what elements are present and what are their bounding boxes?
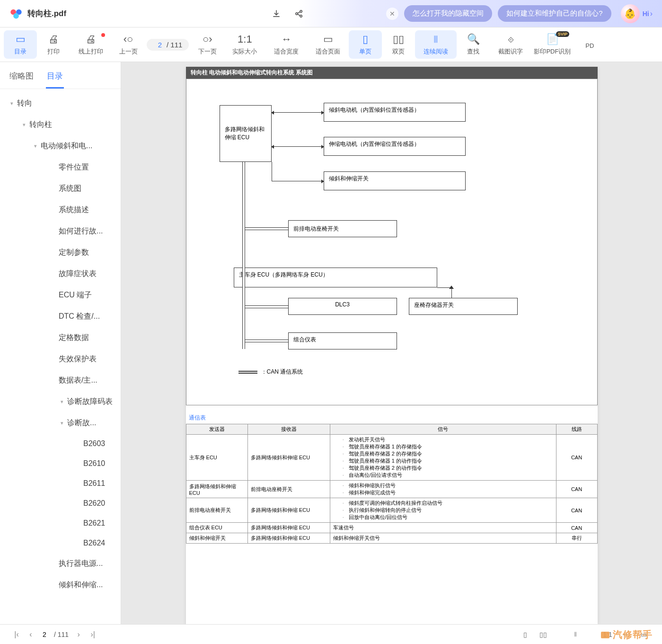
tree-label: B2624 [83,539,105,547]
tab-outline[interactable]: 目录 [46,67,64,89]
next-page-button[interactable]: › [71,630,86,639]
document-title: 转向柱.pdf [27,8,66,19]
tree-item[interactable]: ▾转向 [0,93,121,114]
tree-label: 系统图 [59,184,81,194]
prev-page-button[interactable]: ‹ [24,630,38,639]
tree-item[interactable]: 系统描述 [0,199,121,221]
tree-item[interactable]: ECU 端子 [0,285,121,306]
tree-label: 转向 [17,98,32,108]
suggestion-pill-1[interactable]: 怎么打开我的隐藏空间 [404,5,492,22]
toolbar-双页[interactable]: ▯▯双页 [382,30,415,59]
tree-label: 诊断故... [67,418,96,428]
table-header: 信号 [330,424,556,435]
sidebar: 缩略图 目录 ▾转向▾转向柱▾电动倾斜和电...零件位置系统图系统描述如何进行故… [0,62,121,624]
arrow-up-icon [449,286,454,289]
tree-toggle-icon[interactable]: ▾ [21,122,27,128]
connector [234,276,242,278]
tree-label: ECU 端子 [59,290,92,300]
tree-toggle-icon[interactable]: ▾ [32,143,39,149]
tree-item[interactable]: ▾诊断故... [0,412,121,434]
tree-item[interactable]: 零件位置 [0,157,121,178]
tree-item[interactable]: B2620 [0,493,121,513]
toolbar-单页[interactable]: ▯单页 [349,30,382,59]
view-single-icon[interactable]: ▯ [517,628,533,641]
notification-dot-icon [101,33,105,37]
toolbar-连续阅读[interactable]: ⫴连续阅读 [415,30,457,59]
hi-badge[interactable]: Hi [643,10,649,18]
tree-item[interactable]: 定制参数 [0,242,121,263]
tree-item[interactable]: DTC 检查/... [0,306,121,327]
toolbar-PD[interactable]: PD [573,30,606,59]
tree-item[interactable]: B2610 [0,454,121,474]
toolbar-查找[interactable]: 🔍查找 [457,30,490,59]
table-row: 倾斜和伸缩开关多路网络倾斜和伸缩 ECU倾斜和伸缩开关信号串行 [186,533,597,544]
tree-item[interactable]: B2603 [0,434,121,454]
toolbar-打印[interactable]: 🖨打印 [37,30,70,59]
toolbar-适合页面[interactable]: ▭适合页面 [307,30,349,59]
tree-item[interactable]: 系统图 [0,178,121,199]
tree-item[interactable]: 数据表/主... [0,370,121,391]
first-page-button[interactable]: |‹ [9,630,24,639]
toolbar-实际大小[interactable]: 1:1实际大小 [224,30,265,59]
cell-line: 串行 [556,533,597,544]
page-total-label: / 111 [54,631,69,638]
sidebar-tabs: 缩略图 目录 [0,62,121,89]
tree-item[interactable]: ▾转向柱 [0,114,121,135]
table-header: 接收器 [247,424,330,435]
view-double-icon[interactable]: ▯▯ [535,628,551,641]
tree-item[interactable]: B2624 [0,533,121,553]
table-row: 组合仪表 ECU多路网络倾斜和伸缩 ECU车速信号CAN [186,523,597,533]
toolbar-icon: ▯ [362,33,368,45]
box-seat-mem: 座椅存储器开关 [409,298,518,315]
tree-item[interactable]: B2621 [0,513,121,533]
toolbar-icon: 🖨 [86,33,96,45]
tree-item[interactable]: B2611 [0,474,121,493]
toolbar-下一页[interactable]: ○›下一页 [191,30,224,59]
toolbar-icon: ⟐ [508,33,514,45]
toolbar-上一页[interactable]: ‹○上一页 [112,30,145,59]
toolbar-目录[interactable]: ▭目录 [4,30,37,59]
toolbar-影印PDF识别[interactable]: 📄影印PDF识别SVIP [531,30,573,59]
close-pills-button[interactable]: ✕ [386,8,398,20]
toolbar-截图识字[interactable]: ⟐截图识字 [490,30,531,59]
cell-sender: 多路网络倾斜和伸缩 ECU [186,481,247,498]
tree-item[interactable]: ▾诊断故障码表 [0,391,121,412]
tree-item[interactable]: 执行器电源... [0,553,121,574]
tree-toggle-icon[interactable]: ▾ [59,399,65,405]
connector [451,287,452,298]
toolbar-label: 适合页面 [316,47,340,56]
avatar-icon[interactable]: 👶 [621,4,640,23]
toolbar-icon: 🖨 [48,33,59,45]
last-page-button[interactable]: ›| [86,630,100,639]
tree-item[interactable]: 倾斜和伸缩... [0,574,121,596]
tab-thumbnail[interactable]: 缩略图 [9,67,35,89]
page-current-input[interactable] [153,41,167,49]
document-viewport[interactable]: 转向柱 电动倾斜和电动伸缩式转向柱系统 系统图 多路网络倾斜和伸缩 ECU 倾斜… [121,62,662,624]
suggestion-pill-2[interactable]: 如何建立和维护自己的自信心? [498,5,611,22]
signal-item: 倾斜度可调的伸缩式转向柱操作启动信号 [343,500,553,507]
toolbar: ▭目录🖨打印🖨线上打印‹○上一页 / 111○›下一页1:1实际大小↔适合宽度▭… [0,27,662,62]
system-diagram: 多路网络倾斜和伸缩 ECU 倾斜电动机（内置倾斜位置传感器） 伸缩电动机（内置伸… [186,79,598,405]
toolbar-适合宽度[interactable]: ↔适合宽度 [265,30,307,59]
tree-toggle-icon[interactable]: ▾ [9,100,15,107]
share-icon[interactable] [291,5,308,22]
signal-item: 自动离位/回位请求信号 [343,472,553,479]
page-number-input[interactable] [38,631,51,638]
app-logo-icon [9,7,23,20]
tree-item[interactable]: 定格数据 [0,327,121,349]
tree-item[interactable]: 失效保护表 [0,349,121,370]
chevron-right-icon[interactable]: › [650,9,653,18]
download-icon[interactable] [268,5,285,22]
cell-line: CAN [556,523,597,533]
page-input-box[interactable]: / 111 [147,39,189,51]
tree-item[interactable]: ▾电动倾斜和电... [0,135,121,157]
toolbar-线上打印[interactable]: 🖨线上打印 [70,30,112,59]
tree-toggle-icon[interactable]: ▾ [59,420,65,426]
tree-item[interactable]: 故障症状表 [0,263,121,285]
tree-item[interactable]: 如何进行故... [0,221,121,242]
cell-sender: 倾斜和伸缩开关 [186,533,247,544]
toolbar-label: 影印PDF识别 [534,47,571,56]
view-continuous-icon[interactable]: ⫴ [567,628,583,641]
watermark-icon [600,629,611,641]
toolbar-label: 截图识字 [498,47,523,56]
